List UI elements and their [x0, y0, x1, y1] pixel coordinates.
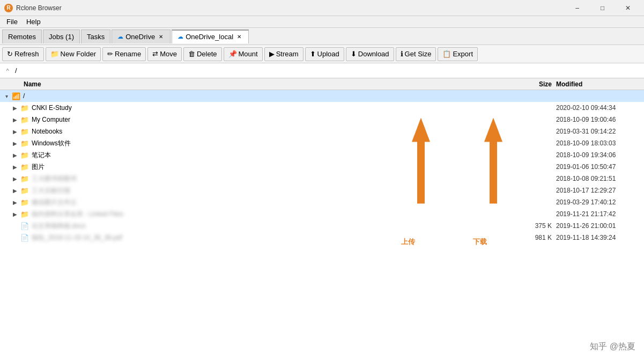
export-label: Export: [453, 50, 473, 58]
export-button[interactable]: 📋 Export: [438, 47, 478, 61]
title-bar: R Rclone Browser – □ ✕: [0, 0, 644, 16]
mount-button[interactable]: 📌 Mount: [224, 47, 263, 61]
file-row-notebooks[interactable]: ▶ 📁 Notebooks 2019-03-31 09:14:22: [0, 126, 644, 137]
file-row-cnki[interactable]: ▶ 📁 CNKI E-Study 2020-02-10 09:44:34: [0, 102, 644, 114]
row-modified-blurred4: 2019-11-21 21:17:42: [556, 210, 642, 218]
wifi-icon: 📶: [11, 92, 21, 100]
row-name-images: 图片: [32, 163, 513, 172]
minimize-button[interactable]: –: [565, 0, 589, 16]
row-name-blurred4: 校内资料分享全库 - Linked Files: [32, 210, 513, 219]
col-size-header: Size: [513, 80, 556, 88]
row-modified-notes: 2018-10-09 19:34:06: [556, 151, 642, 159]
window-controls: – □ ✕: [565, 0, 640, 16]
tab-jobs[interactable]: Jobs (1): [43, 30, 80, 43]
cloud-local-icon: ☁: [177, 33, 183, 40]
rename-button[interactable]: ✏ Rename: [102, 47, 146, 61]
expand-icon-winsoftware: ▶: [11, 141, 19, 146]
file-row-mycomp[interactable]: ▶ 📁 My Computer 2018-10-09 19:00:46: [0, 114, 644, 126]
tab-onedrive-label: OneDrive: [125, 33, 155, 41]
row-name-cnki: CNKI E-Study: [32, 104, 513, 112]
row-name-docx: 论文草稿终稿.docx: [32, 222, 513, 231]
address-input[interactable]: [13, 67, 642, 75]
row-name-blurred3: 微信图片文件云: [32, 198, 513, 207]
address-bar: ^: [0, 63, 644, 78]
expand-icon-root: ▾: [2, 93, 11, 99]
stream-label: Stream: [276, 50, 299, 58]
expand-icon-blurred2: ▶: [11, 188, 19, 194]
col-name-header: Name: [21, 80, 513, 88]
toolbar: ↻ Refresh 📁 New Folder ✏ Rename ⇄ Move 🗑…: [0, 45, 644, 63]
tab-tasks-label: Tasks: [87, 33, 105, 41]
close-button[interactable]: ✕: [616, 0, 640, 16]
upload-icon: ⬆: [310, 50, 316, 58]
expand-icon-notebooks: ▶: [11, 129, 19, 135]
row-modified-blurred1: 2018-10-08 09:21:51: [556, 175, 642, 182]
row-size-pdf: 981 K: [513, 234, 556, 241]
file-row-blurred4[interactable]: ▶ 📁 校内资料分享全库 - Linked Files 2019-11-21 2…: [0, 208, 644, 220]
row-modified-cnki: 2020-02-10 09:44:34: [556, 104, 642, 112]
tab-onedrive-local[interactable]: ☁ OneDrive_local ✕: [172, 30, 249, 43]
app-title: Rclone Browser: [16, 4, 62, 12]
new-folder-label: New Folder: [61, 50, 96, 58]
mount-label: Mount: [239, 50, 258, 58]
file-row-pdf[interactable]: ▶ 📄 报告_2019-11-18 14_36_36.pdf 981 K 201…: [0, 232, 644, 244]
row-name-blurred1: 工大图书馆图书: [32, 174, 513, 183]
get-size-icon: ℹ: [401, 50, 403, 58]
row-modified-blurred3: 2019-03-29 17:40:12: [556, 198, 642, 206]
row-modified-blurred2: 2018-10-17 12:29:27: [556, 187, 642, 194]
folder-icon-winsoftware: 📁: [19, 139, 30, 148]
delete-label: Delete: [197, 50, 217, 58]
file-row-root[interactable]: ▾ 📶 /: [0, 90, 644, 102]
move-button[interactable]: ⇄ Move: [147, 47, 182, 61]
tab-remotes[interactable]: Remotes: [2, 30, 42, 43]
row-modified-pdf: 2019-11-18 14:39:24: [556, 234, 642, 241]
file-row-blurred3[interactable]: ▶ 📁 微信图片文件云 2019-03-29 17:40:12: [0, 196, 644, 208]
file-row-blurred1[interactable]: ▶ 📁 工大图书馆图书 2018-10-08 09:21:51: [0, 173, 644, 185]
new-folder-icon: 📁: [50, 50, 59, 58]
expand-icon-blurred1: ▶: [11, 176, 19, 182]
tab-bar: Remotes Jobs (1) Tasks ☁ OneDrive ✕ ☁ On…: [0, 28, 644, 45]
expand-icon-images: ▶: [11, 164, 19, 170]
file-row-docx[interactable]: ▶ 📄 论文草稿终稿.docx 375 K 2019-11-26 21:00:0…: [0, 220, 644, 232]
cloud-icon: ☁: [117, 33, 123, 40]
folder-icon-images: 📁: [19, 163, 30, 171]
row-modified-notebooks: 2019-03-31 09:14:22: [556, 128, 642, 135]
tab-tasks[interactable]: Tasks: [81, 30, 110, 43]
docx-file-icon: 📄: [19, 222, 30, 230]
col-modified-header: Modified: [556, 80, 642, 88]
delete-button[interactable]: 🗑 Delete: [183, 47, 222, 61]
new-folder-button[interactable]: 📁 New Folder: [46, 47, 101, 61]
folder-icon-mycomp: 📁: [19, 116, 30, 124]
file-row-images[interactable]: ▶ 📁 图片 2019-01-06 10:50:47: [0, 161, 644, 173]
get-size-button[interactable]: ℹ Get Size: [396, 47, 436, 61]
row-name-notebooks: Notebooks: [32, 128, 513, 135]
menu-help[interactable]: Help: [22, 17, 45, 27]
menu-file[interactable]: File: [2, 17, 22, 27]
download-icon: ⬇: [351, 50, 357, 58]
row-modified-mycomp: 2018-10-09 19:00:46: [556, 116, 642, 123]
delete-icon: 🗑: [188, 50, 195, 58]
tab-onedrive-local-close[interactable]: ✕: [235, 33, 243, 41]
download-button[interactable]: ⬇ Download: [346, 47, 394, 61]
row-modified-winsoftware: 2018-10-09 18:03:03: [556, 139, 642, 147]
file-row-notes[interactable]: ▶ 📁 笔记本 2018-10-09 19:34:06: [0, 149, 644, 161]
get-size-label: Get Size: [405, 50, 432, 58]
sort-icon[interactable]: ^: [2, 68, 13, 74]
tab-remotes-label: Remotes: [8, 33, 36, 41]
row-name-notes: 笔记本: [32, 151, 513, 160]
refresh-button[interactable]: ↻ Refresh: [2, 47, 44, 61]
expand-icon-mycomp: ▶: [11, 117, 19, 123]
file-row-winsoftware[interactable]: ▶ 📁 Windows软件 2018-10-09 18:03:03: [0, 137, 644, 149]
upload-button[interactable]: ⬆ Upload: [305, 47, 344, 61]
menu-bar: File Help: [0, 16, 644, 28]
tab-onedrive[interactable]: ☁ OneDrive ✕: [112, 30, 171, 43]
pdf-file-icon: 📄: [19, 234, 30, 242]
tab-onedrive-close[interactable]: ✕: [157, 33, 165, 40]
file-row-blurred2[interactable]: ▶ 📁 工大文献日报 2018-10-17 12:29:27: [0, 185, 644, 196]
maximize-button[interactable]: □: [590, 0, 615, 16]
export-icon: 📋: [442, 50, 451, 58]
download-label: Download: [358, 50, 389, 58]
stream-button[interactable]: ▶ Stream: [264, 47, 304, 61]
stream-icon: ▶: [269, 50, 275, 58]
rename-label: Rename: [115, 50, 141, 58]
